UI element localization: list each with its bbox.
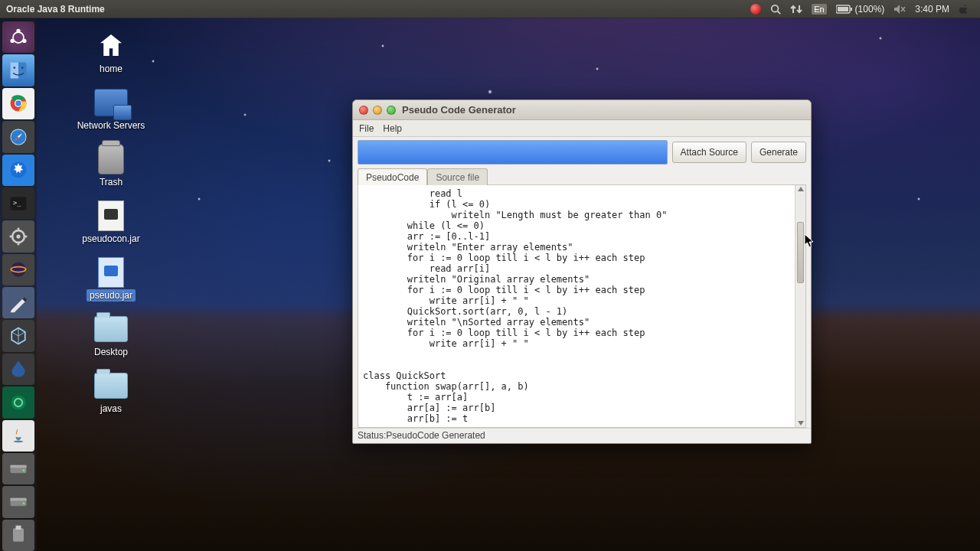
generate-button[interactable]: Generate — [751, 142, 806, 163]
desktop-icon-label: Trash — [96, 176, 126, 188]
svg-text:>_: >_ — [13, 198, 21, 206]
desktop-icon-desktop-folder[interactable]: Desktop — [69, 314, 153, 358]
network-updown-icon[interactable] — [786, 4, 807, 15]
desktop-icon-network-servers[interactable]: Network Servers — [69, 87, 153, 132]
record-indicator-icon[interactable] — [746, 4, 766, 15]
window-toolbar: Attach Source Generate — [353, 137, 811, 168]
tab-strip: PseudoCode Source file — [353, 168, 811, 184]
launcher-inkscape-icon[interactable] — [2, 354, 34, 385]
launcher-java-icon[interactable] — [2, 420, 34, 452]
vertical-scrollbar[interactable] — [795, 185, 805, 427]
pseudocode-text[interactable]: read l if (l <= 0) writeln "Length must … — [358, 185, 795, 427]
svg-point-30 — [11, 395, 25, 409]
status-bar: Status:PseudoCode Generated — [353, 428, 811, 443]
menu-help[interactable]: Help — [383, 123, 402, 134]
desktop-icon-trash[interactable]: Trash — [69, 144, 153, 188]
launcher-removable-icon[interactable] — [2, 520, 34, 551]
launcher-app-icon[interactable] — [2, 386, 34, 418]
desktop-icon-label: pseudocon.jar — [79, 233, 142, 245]
search-icon[interactable] — [766, 4, 786, 15]
desktop-icon-label: javas — [97, 403, 125, 415]
top-menubar: Oracle Java 8 Runtime En (100%) 3:40 PM — [0, 0, 980, 18]
tab-pseudocode[interactable]: PseudoCode — [358, 168, 427, 185]
svg-rect-40 — [16, 526, 21, 530]
svg-rect-39 — [13, 529, 24, 543]
svg-point-8 — [16, 28, 20, 32]
launcher-drive2-icon[interactable] — [2, 486, 34, 517]
menu-file[interactable]: File — [359, 123, 374, 134]
svg-point-10 — [22, 38, 26, 42]
svg-rect-3 — [838, 7, 848, 11]
scrollbar-thumb[interactable] — [797, 222, 804, 283]
desktop-icons: home Network Servers Trash pseudocon.jar… — [69, 31, 176, 415]
svg-line-1 — [778, 11, 781, 14]
svg-point-35 — [23, 469, 25, 471]
volume-mute-icon[interactable] — [889, 4, 910, 15]
window-controls — [359, 106, 396, 115]
launcher-editor-icon[interactable] — [2, 287, 34, 318]
svg-point-28 — [11, 262, 25, 277]
window-title: Pseudo Code Generator — [402, 104, 516, 116]
desktop-icon-home[interactable]: home — [69, 31, 153, 75]
launcher-dash-icon[interactable] — [2, 21, 34, 53]
svg-point-13 — [21, 67, 24, 69]
desktop-icon-label: pseudo.jar — [87, 289, 136, 302]
desktop-icon-label: Network Servers — [74, 119, 149, 132]
svg-rect-34 — [11, 465, 27, 468]
launcher-appstore-icon[interactable] — [2, 155, 34, 186]
source-path-input[interactable] — [358, 140, 668, 165]
launcher-eclipse-icon[interactable] — [2, 254, 34, 285]
apple-menu-icon[interactable] — [954, 4, 974, 15]
battery-icon[interactable]: (100%) — [831, 4, 890, 15]
svg-point-38 — [23, 502, 25, 504]
svg-rect-37 — [11, 498, 27, 501]
desktop-icon-pseudocon-jar[interactable]: pseudocon.jar — [69, 201, 153, 245]
desktop-icon-javas-folder[interactable]: javas — [69, 370, 153, 415]
desktop-icon-pseudo-jar[interactable]: pseudo.jar — [69, 257, 153, 302]
unity-launcher: >_ — [0, 18, 37, 551]
pseudo-code-generator-window: Pseudo Code Generator File Help Attach S… — [352, 99, 812, 444]
menubar-clock[interactable]: 3:40 PM — [910, 4, 954, 15]
svg-point-32 — [14, 441, 23, 443]
svg-point-12 — [13, 67, 15, 69]
launcher-chrome-icon[interactable] — [2, 88, 34, 119]
launcher-terminal-icon[interactable]: >_ — [2, 187, 34, 219]
desktop-icon-label: home — [96, 63, 126, 75]
launcher-drive-icon[interactable] — [2, 453, 34, 484]
svg-point-23 — [16, 234, 20, 238]
menubar-app-title: Oracle Java 8 Runtime — [6, 4, 105, 15]
tab-source-file[interactable]: Source file — [427, 168, 488, 185]
launcher-files-icon[interactable] — [2, 54, 34, 86]
minimize-icon[interactable] — [373, 106, 382, 115]
svg-point-0 — [772, 5, 779, 11]
svg-rect-4 — [851, 8, 852, 11]
svg-point-7 — [13, 32, 24, 43]
attach-source-button[interactable]: Attach Source — [672, 142, 746, 163]
launcher-settings-icon[interactable] — [2, 220, 34, 252]
window-titlebar[interactable]: Pseudo Code Generator — [353, 100, 811, 120]
launcher-virtualbox-icon[interactable] — [2, 320, 34, 351]
desktop-icon-label: Desktop — [91, 346, 131, 358]
launcher-safari-icon[interactable] — [2, 121, 34, 152]
window-menubar: File Help — [353, 120, 811, 137]
maximize-icon[interactable] — [387, 106, 396, 115]
battery-percent: (100%) — [855, 4, 885, 15]
close-icon[interactable] — [359, 106, 368, 115]
svg-point-9 — [11, 38, 15, 42]
keyboard-lang-indicator[interactable]: En — [807, 4, 831, 15]
code-output-area: read l if (l <= 0) writeln "Length must … — [358, 184, 806, 428]
